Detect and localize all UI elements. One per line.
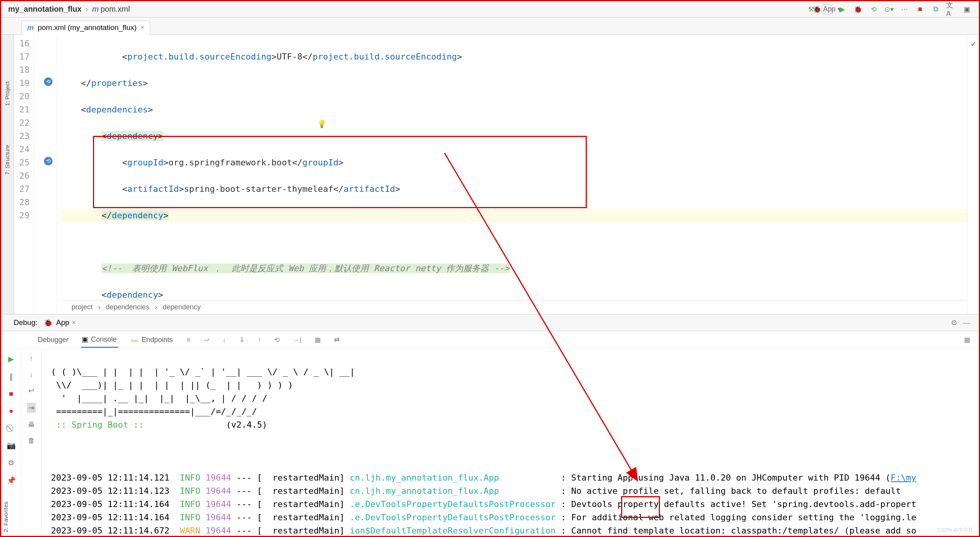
editor-tabs: m pom.xml (my_annotation_flux) × [1,18,979,35]
camera-icon[interactable]: 📷 [7,441,16,450]
pin-icon[interactable]: 📌 [7,476,16,485]
step-into-icon[interactable]: ↓ [222,333,227,347]
translate-icon[interactable]: 文A [946,4,956,14]
down-icon[interactable]: ↓ [30,370,33,379]
gear-icon[interactable]: ⚙ [951,318,957,327]
sidebar-tab-favorites[interactable]: 2: Favorites [2,502,9,532]
evaluate-icon[interactable]: ▦ [314,333,322,347]
breadcrumb-file[interactable]: pom.xml [100,5,130,13]
attach-icon[interactable]: ⋯ [900,4,910,14]
intention-bulb-icon[interactable]: 💡 [317,117,327,130]
print-icon[interactable]: 🖶 [28,421,35,429]
soft-wrap-icon[interactable]: ↩ [28,386,34,395]
chevron-right-icon: › [86,5,88,14]
run-config-selector[interactable]: 🐞App ▾ [822,4,832,14]
clear-icon[interactable]: 🗑 [28,437,35,445]
line-gutter: 1617181920212223242526272829 [14,35,34,314]
maximize-icon[interactable]: ▣ [962,4,972,14]
console-output[interactable]: ( ( )\___ | | | | | '_ \/ _` | '__| ___ … [42,349,979,536]
layout-icon[interactable]: ▦ [963,333,971,347]
breakpoint-icon[interactable]: ● [9,407,13,415]
error-stripe[interactable] [967,35,979,314]
annotation-box [93,136,587,208]
trace-icon[interactable]: ⇄ [333,333,340,347]
up-icon[interactable]: ↑ [30,354,33,363]
gutter-run-icon[interactable]: ⟲ [44,157,52,165]
tab-console[interactable]: ▣ Console [81,332,118,348]
sidebar-tab-project[interactable]: 1: Project [4,81,10,106]
debug-panel-header: Debug: 🐞 App × ⚙ — [1,314,979,331]
run-to-cursor-icon[interactable]: →| [292,333,302,347]
step-over-icon[interactable]: ⤻ [203,333,210,347]
sidebar-tab-structure[interactable]: 7: Structure [4,145,10,175]
drop-frame-icon[interactable]: ⟲ [273,333,280,347]
watermark: CSDN @牛牛狂 [937,526,973,533]
step-out-icon[interactable]: ↑ [257,333,262,347]
stop-icon[interactable]: ■ [9,390,13,398]
scroll-end-icon[interactable]: ⇥ [27,403,36,413]
force-step-icon[interactable]: ⇓ [238,333,245,347]
inspection-ok-icon[interactable]: ✔ [971,37,976,50]
maven-icon: m [92,5,99,13]
debug-tabs: Debugger ▣ Console ᨐ Endpoints ≡ ⤻ ↓ ⇓ ↑… [1,331,979,349]
pause-icon[interactable]: ‖ [9,372,13,381]
gutter-run-icon[interactable]: ⟲ [44,77,52,86]
run-icon[interactable]: ▶ [837,4,847,14]
threads-icon[interactable]: ≡ [186,333,191,347]
coverage-icon[interactable]: ⟲ [868,4,878,14]
breadcrumb-bar: my_annotation_flux › mpom.xml ⚒ 🐞App ▾ ▶… [1,1,979,18]
settings-icon[interactable]: ⚙ [8,458,14,467]
annotation-box [621,496,660,518]
structure-breadcrumb[interactable]: project›dependencies›dependency [63,300,967,314]
tab-endpoints[interactable]: ᨐ Endpoints [130,333,174,347]
profile-icon[interactable]: ⊙▾ [884,4,894,14]
rerun-icon[interactable]: ▶ [8,354,14,363]
stop-icon[interactable]: ■ [915,4,925,14]
bug-icon: 🐞 [44,318,53,327]
debug-icon[interactable]: 🐞 [853,4,863,14]
tab-pom-xml[interactable]: m pom.xml (my_annotation_flux) × [21,21,150,35]
code-editor[interactable]: 1617181920212223242526272829 <project.bu… [14,35,979,314]
left-tool-rail: 1: Project 7: Structure [1,35,14,314]
marker-gutter [34,35,46,314]
git-icon[interactable]: ⧉ [931,4,941,14]
maven-icon: m [27,23,34,32]
breadcrumb-project[interactable]: my_annotation_flux [8,5,82,14]
minimize-icon[interactable]: — [963,318,970,327]
close-tab-icon[interactable]: × [140,24,144,31]
tab-debugger[interactable]: Debugger [37,333,69,347]
close-icon[interactable]: × [72,318,76,327]
console-toolbar: ↑ ↓ ↩ ⇥ 🖶 🗑 [21,349,42,536]
